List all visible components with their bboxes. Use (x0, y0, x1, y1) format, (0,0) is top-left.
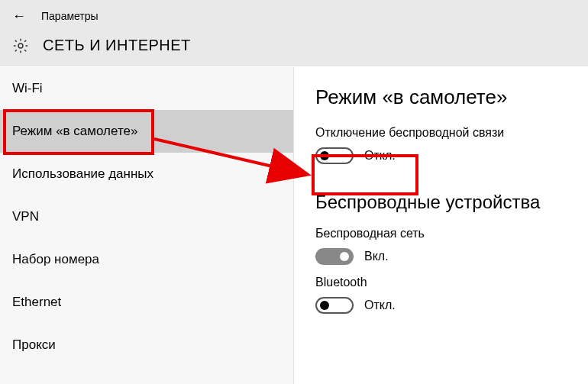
sidebar-item-proxy[interactable]: Прокси (0, 324, 293, 366)
wireless-devices-heading: Беспроводные устройства (315, 192, 570, 213)
header: ← Параметры СЕТЬ И ИНТЕРНЕТ (0, 0, 588, 67)
sidebar-item-label: Набор номера (12, 252, 99, 266)
bluetooth-label: Bluetooth (315, 276, 570, 289)
section-title: СЕТЬ И ИНТЕРНЕТ (43, 37, 191, 54)
back-icon[interactable]: ← (12, 9, 26, 23)
bluetooth-toggle-state: Откл. (364, 298, 396, 312)
sidebar-item-vpn[interactable]: VPN (0, 195, 293, 238)
window-title: Параметры (41, 10, 99, 22)
airplane-toggle[interactable] (315, 147, 354, 164)
sidebar-item-airplane-mode[interactable]: Режим «в самолете» (0, 110, 293, 153)
sidebar-item-label: Ethernet (12, 295, 61, 309)
sidebar-item-dialup[interactable]: Набор номера (0, 238, 293, 281)
sidebar-item-label: Режим «в самолете» (12, 124, 137, 138)
sidebar-item-data-usage[interactable]: Использование данных (0, 153, 293, 195)
wireless-net-label: Беспроводная сеть (315, 227, 570, 240)
airplane-toggle-label: Отключение беспроводной связи (315, 126, 570, 140)
svg-point-0 (18, 44, 23, 48)
airplane-toggle-state: Откл. (364, 149, 396, 163)
main-panel: Режим «в самолете» Отключение беспроводн… (294, 67, 588, 384)
page-heading: Режим «в самолете» (315, 86, 570, 109)
sidebar-item-label: Wi-Fi (12, 81, 43, 95)
sidebar-item-label: VPN (12, 209, 39, 224)
wireless-net-toggle[interactable] (315, 248, 354, 265)
bluetooth-toggle[interactable] (315, 297, 354, 314)
sidebar: Wi-Fi Режим «в самолете» Использование д… (0, 67, 294, 384)
gear-icon (12, 37, 29, 54)
sidebar-item-ethernet[interactable]: Ethernet (0, 281, 293, 324)
sidebar-item-label: Прокси (12, 337, 56, 352)
wireless-net-toggle-state: Вкл. (364, 250, 389, 263)
sidebar-item-wifi[interactable]: Wi-Fi (0, 67, 293, 110)
sidebar-item-label: Использование данных (12, 166, 153, 181)
